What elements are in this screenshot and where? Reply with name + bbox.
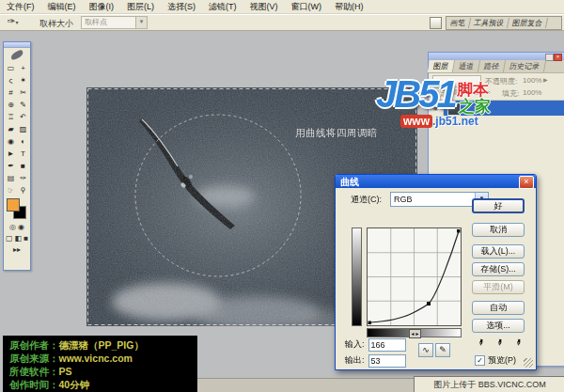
tool-path-select-icon[interactable]: ►: [5, 148, 17, 160]
tool-lasso-icon[interactable]: ς: [5, 74, 17, 86]
standard-screen-button[interactable]: ▢: [6, 233, 13, 244]
ok-button[interactable]: 好: [472, 198, 525, 213]
tool-eraser-icon[interactable]: ▰: [5, 123, 17, 135]
eyedropper-icon[interactable]: ✑▾: [8, 16, 28, 28]
output-gradient-bar: [352, 227, 362, 326]
tool-notes-icon[interactable]: ▤: [5, 172, 17, 184]
menu-item-视图V[interactable]: 视图(V): [243, 0, 285, 13]
menu-item-帮助H[interactable]: 帮助(H): [328, 0, 370, 13]
tool-zoom-icon[interactable]: ⚲: [17, 184, 29, 196]
preview-label: 预览(P): [488, 354, 516, 367]
save-button[interactable]: 存储(S)...: [472, 262, 525, 276]
tool-slice-icon[interactable]: ✂: [17, 86, 29, 99]
screen-mode-buttons: ▢ ◧ ■: [4, 233, 30, 244]
cancel-button[interactable]: 取消: [472, 223, 525, 237]
palette-tabs: 图层通道路径历史记录: [429, 60, 564, 73]
smooth-button[interactable]: 平滑(M): [472, 280, 525, 294]
minimize-icon[interactable]: [545, 54, 554, 61]
input-gradient-bar: ◄►: [367, 328, 462, 337]
eyedropper-buttons: ✒ ✒ ✒: [475, 338, 524, 350]
palette-tab-通道[interactable]: 通道: [453, 60, 480, 72]
tool-brush-icon[interactable]: ✎: [17, 99, 29, 111]
tool-pen-icon[interactable]: ✒: [5, 160, 17, 172]
output-field[interactable]: 53: [368, 354, 406, 368]
tool-rect-marquee-icon[interactable]: ▭: [5, 62, 17, 74]
photoshop-feather-logo[interactable]: [4, 48, 30, 62]
tool-type-icon[interactable]: T: [17, 148, 29, 160]
curve-point-tool-icon[interactable]: ∿: [418, 343, 433, 357]
tool-gradient-icon[interactable]: ▨: [17, 123, 29, 135]
fullscreen-button[interactable]: ■: [24, 233, 28, 244]
tool-healing-brush-icon[interactable]: ⊕: [5, 99, 17, 111]
palette-tab-图层[interactable]: 图层: [428, 60, 455, 72]
curves-titlebar[interactable]: 曲线 ×: [336, 175, 536, 188]
resize-grip[interactable]: [524, 358, 533, 368]
black-point-eyedropper-icon[interactable]: ✒: [474, 337, 487, 351]
preview-checkbox[interactable]: ✓: [475, 355, 485, 366]
palette-well: 画笔工具预设图层复合: [446, 16, 562, 30]
opacity-value[interactable]: 100%: [523, 76, 541, 85]
load-button[interactable]: 载入(L)...: [472, 244, 525, 259]
menu-item-滤镜T[interactable]: 滤镜(T): [202, 0, 243, 13]
menu-item-选择S[interactable]: 选择(S): [161, 0, 202, 13]
tool-eyedropper-icon[interactable]: ✑: [17, 172, 29, 184]
selected-layer-row[interactable]: ◉: [429, 100, 564, 116]
lock-label: 锁定:: [432, 88, 449, 99]
opacity-label: 不透明度:: [485, 76, 517, 86]
credit-label: 原创作者：: [9, 339, 59, 351]
curve-point-166-53: [427, 302, 431, 306]
tool-blur-icon[interactable]: ◉: [5, 135, 17, 148]
tool-history-brush-icon[interactable]: ↶: [17, 111, 29, 123]
imageready-button[interactable]: ▸▸: [13, 244, 21, 256]
tool-hand-icon[interactable]: ☞: [5, 184, 17, 196]
eye-icon[interactable]: ◉: [429, 101, 444, 116]
curve-grid[interactable]: [367, 227, 462, 326]
credit-line: 原创作者：德漂猪（PP_PIG）: [9, 338, 197, 352]
close-icon[interactable]: ×: [554, 54, 562, 61]
chevron-down-icon: ▶: [543, 76, 548, 83]
auto-button[interactable]: 自动: [472, 301, 525, 315]
palette-titlebar[interactable]: ×: [429, 53, 564, 60]
status-text: 图片上传于 BBS.VICNC.COM: [433, 379, 546, 391]
lock-icons[interactable]: ▨ + ▦ ●: [453, 88, 492, 96]
close-icon[interactable]: ×: [519, 176, 534, 189]
tool-crop-icon[interactable]: #: [5, 86, 17, 99]
fill-label: 填充:: [502, 88, 519, 99]
palette-well-tab-画笔[interactable]: 画笔: [446, 18, 471, 28]
menu-item-窗口W[interactable]: 窗口(W): [285, 0, 329, 13]
foreground-color-swatch[interactable]: [7, 198, 20, 212]
tool-shape-icon[interactable]: ■: [17, 160, 29, 172]
white-point-eyedropper-icon[interactable]: ✒: [511, 337, 525, 351]
palette-well-tab-工具预设[interactable]: 工具预设: [469, 18, 509, 28]
menu-item-图像I[interactable]: 图像(I): [83, 0, 121, 13]
menu-item-编辑E[interactable]: 编辑(E): [41, 0, 83, 13]
menu-item-图层L[interactable]: 图层(L): [120, 0, 161, 13]
blend-mode-select[interactable]: [432, 75, 481, 87]
gradient-flip-icon[interactable]: ◄►: [409, 329, 421, 338]
sample-size-value: 取样点: [85, 18, 107, 26]
gray-point-eyedropper-icon[interactable]: ✒: [493, 337, 506, 351]
palette-tab-路径[interactable]: 路径: [478, 60, 506, 72]
palette-tab-历史记录[interactable]: 历史记录: [504, 60, 546, 72]
standard-mode-button[interactable]: ◎: [9, 222, 16, 233]
channel-value: RGB: [394, 195, 413, 204]
quickmask-mode-button[interactable]: ◉: [18, 222, 24, 233]
toolbox-palette: ▭+ς✶#✂⊕✎♖↶▰▨◉◐►T✒■▤✑☞⚲ ◎ ◉ ▢ ◧ ■ ▸▸: [3, 41, 31, 271]
options-button[interactable]: 选项...: [472, 319, 525, 333]
fullscreen-menubar-button[interactable]: ◧: [15, 233, 23, 244]
tool-dodge-icon[interactable]: ◐: [17, 135, 29, 148]
curve-pencil-tool-icon[interactable]: ✎: [435, 343, 450, 357]
tool-magic-wand-icon[interactable]: ✶: [17, 74, 29, 86]
menu-item-文件F[interactable]: 文件(F): [0, 0, 41, 13]
chevron-down-icon: ▾: [15, 20, 18, 25]
credit-line: 所使软件：PS: [9, 365, 197, 378]
tool-clone-stamp-icon[interactable]: ♖: [5, 111, 17, 123]
file-browser-icon[interactable]: [430, 17, 442, 29]
photoshop-window: 文件(F)编辑(E)图像(I)图层(L)选择(S)滤镜(T)视图(V)窗口(W)…: [0, 0, 564, 392]
palette-well-tab-图层复合[interactable]: 图层复合: [508, 18, 548, 28]
tool-move-icon[interactable]: +: [17, 62, 29, 74]
sample-size-select[interactable]: 取样点▼: [81, 16, 148, 29]
fill-value[interactable]: 100%: [523, 88, 541, 97]
input-field[interactable]: 166: [368, 338, 406, 352]
canvas-annotation: 用曲线将四周调暗: [295, 127, 378, 138]
